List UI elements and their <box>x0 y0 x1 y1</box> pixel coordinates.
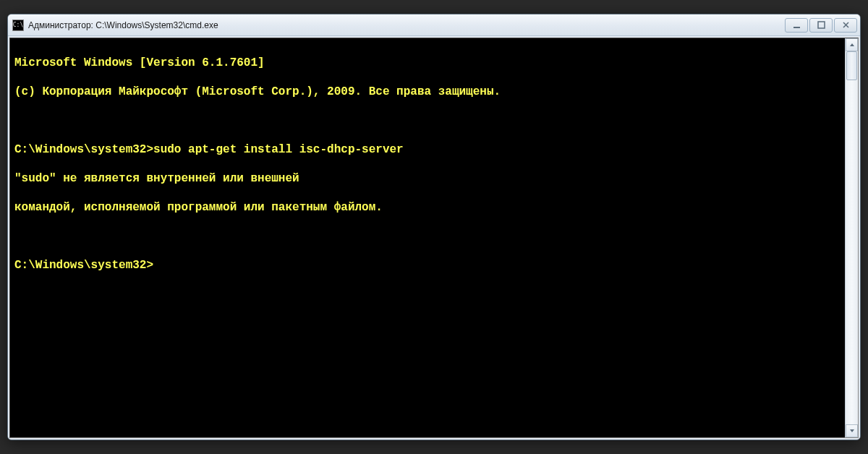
terminal-error-1: "sudo" не является внутренней или внешне… <box>14 171 841 186</box>
terminal-error-2: командой, исполняемой программой или пак… <box>14 200 841 215</box>
terminal-prompt-current: C:\Windows\system32> <box>14 258 841 273</box>
terminal[interactable]: Microsoft Windows [Version 6.1.7601] (c)… <box>10 38 845 437</box>
maximize-icon <box>817 21 825 29</box>
titlebar[interactable]: C:\ Администратор: C:\Windows\System32\c… <box>8 14 860 36</box>
chevron-down-icon <box>849 429 855 433</box>
window-controls <box>783 18 857 33</box>
blank-line <box>14 113 841 128</box>
blank-line <box>14 229 841 244</box>
svg-rect-1 <box>818 22 825 28</box>
command-text: sudo apt-get install isc-dhcp-server <box>153 143 404 156</box>
prompt: C:\Windows\system32> <box>14 143 153 156</box>
minimize-button[interactable] <box>785 18 808 33</box>
minimize-icon <box>793 21 801 29</box>
terminal-command-line: C:\Windows\system32>sudo apt-get install… <box>14 142 841 157</box>
terminal-wrapper: Microsoft Windows [Version 6.1.7601] (c)… <box>9 38 859 438</box>
chevron-up-icon <box>849 43 855 47</box>
scroll-track[interactable] <box>846 51 858 424</box>
scrollbar[interactable] <box>845 38 858 437</box>
svg-rect-0 <box>793 27 800 28</box>
maximize-button[interactable] <box>809 18 833 33</box>
close-button[interactable] <box>834 18 857 33</box>
scroll-thumb[interactable] <box>846 51 857 80</box>
terminal-version: Microsoft Windows [Version 6.1.7601] <box>14 56 841 70</box>
cmd-icon: C:\ <box>12 20 24 31</box>
content-area: Microsoft Windows [Version 6.1.7601] (c)… <box>8 36 860 440</box>
scroll-up-button[interactable] <box>846 38 858 51</box>
cmd-window: C:\ Администратор: C:\Windows\System32\c… <box>7 14 861 440</box>
close-icon <box>842 21 850 29</box>
terminal-copyright: (c) Корпорация Майкрософт (Microsoft Cor… <box>14 85 841 99</box>
cmd-icon-label: C:\ <box>13 22 23 28</box>
window-title: Администратор: C:\Windows\System32\cmd.e… <box>28 20 783 30</box>
scroll-down-button[interactable] <box>846 424 858 437</box>
